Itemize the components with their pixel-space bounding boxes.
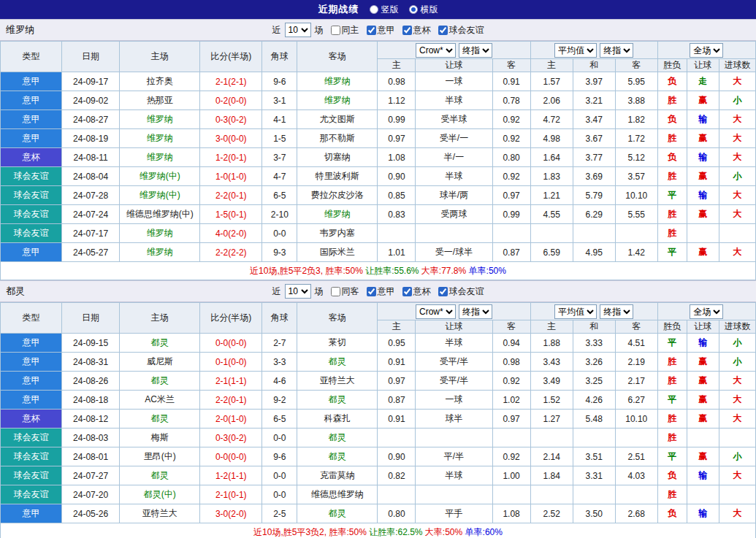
match-row: 意杯24-08-11维罗纳1-2(0-1)3-7切塞纳1.08半/一0.801.… — [1, 148, 756, 167]
result-cell: 大 — [719, 391, 755, 410]
friendly-label: 球会友谊 — [449, 24, 484, 36]
result-cell: 负 — [657, 466, 687, 485]
summary-segment: 让胜率:55.6% — [365, 265, 421, 277]
final-odds-select[interactable]: 终指 — [600, 304, 633, 319]
odds-cell: 0.99 — [378, 110, 416, 129]
fulltime-scope-select[interactable]: 全场 — [690, 43, 723, 58]
home-team: 热那亚 — [120, 91, 200, 110]
same-venue-checkbox[interactable] — [331, 287, 340, 296]
result-cell: 小 — [719, 353, 755, 372]
away-team: 莱切 — [297, 334, 378, 353]
odds-cell: 受半球 — [416, 110, 492, 129]
torino-section: 都灵 近 10 场 同客 意甲 意杯 — [0, 280, 756, 538]
corners-cell: 3-7 — [262, 148, 297, 167]
home-team: 都灵 — [120, 410, 200, 429]
result-cell: 大 — [719, 148, 755, 167]
corners-cell: 6-5 — [262, 186, 297, 205]
result-cell: 平 — [657, 334, 687, 353]
summary-segment: 近10场,胜5平2负3, 胜率:50% — [250, 265, 365, 277]
odds-cell: 4.95 — [573, 243, 615, 262]
score-cell: 0-2(0-0) — [200, 91, 262, 110]
odds-cell: 球半/两 — [416, 186, 492, 205]
competition-badge: 球会友谊 — [1, 429, 62, 447]
result-cell: 胜 — [657, 485, 687, 504]
fulltime-scope-select[interactable]: 全场 — [690, 304, 723, 319]
home-team: 亚特兰大 — [120, 504, 200, 523]
odds-cell — [573, 224, 615, 243]
odds-cell — [615, 429, 657, 447]
league-filter-coppa[interactable]: 意杯 — [397, 285, 431, 298]
odds-cell: 1.82 — [615, 110, 657, 129]
average-odds-select[interactable]: 平均值 — [554, 304, 597, 319]
layout-radio-vertical[interactable]: 竖版 — [370, 4, 399, 16]
match-date: 24-08-01 — [62, 447, 120, 466]
corners-cell: 0-0 — [262, 485, 297, 504]
final-odds-select[interactable]: 终指 — [600, 43, 633, 58]
match-date: 24-08-03 — [62, 429, 120, 447]
radio-icon — [370, 5, 378, 14]
competition-badge: 意甲 — [1, 91, 62, 110]
match-count-select[interactable]: 10 — [285, 284, 311, 299]
league-filter-serie-a[interactable]: 意甲 — [362, 24, 395, 36]
league-filter-friendly[interactable]: 球会友谊 — [433, 285, 484, 298]
final-odds-select[interactable]: 终指 — [459, 304, 492, 319]
odds-cell: 5.55 — [615, 205, 657, 224]
competition-badge: 球会友谊 — [1, 167, 62, 186]
odds-cell: 2.68 — [615, 504, 657, 523]
league-filter-friendly[interactable]: 球会友谊 — [433, 24, 484, 36]
league-filter-coppa[interactable]: 意杯 — [397, 24, 431, 36]
same-venue-filter[interactable]: 同主 — [326, 24, 359, 36]
serie-a-checkbox[interactable] — [367, 26, 376, 35]
odds-cell: 3.77 — [573, 148, 615, 167]
odds-cell — [530, 224, 573, 243]
column-header-5: 客场 — [297, 42, 378, 72]
corners-cell: 4-1 — [262, 110, 297, 129]
column-header-0: 类型 — [1, 303, 62, 334]
away-team: 都灵 — [297, 504, 378, 523]
serie-a-checkbox[interactable] — [367, 287, 376, 296]
odds-cell: 3.33 — [573, 334, 615, 353]
friendly-checkbox[interactable] — [438, 26, 448, 35]
odds-cell: 0.87 — [378, 391, 416, 410]
filters-bar: 近 10 场 同主 意甲 意杯 球 — [272, 23, 484, 37]
friendly-checkbox[interactable] — [438, 287, 448, 296]
odds-cell: 6.59 — [530, 243, 573, 262]
away-team: 都灵 — [297, 447, 378, 466]
result-cell: 大 — [719, 186, 755, 205]
odds-cell: 1.42 — [615, 243, 657, 262]
coppa-checkbox[interactable] — [402, 287, 412, 296]
corners-cell: 9-2 — [262, 391, 297, 410]
odds-cell — [378, 485, 416, 504]
away-team: 尤文图斯 — [297, 110, 378, 129]
coppa-checkbox[interactable] — [402, 26, 412, 35]
match-count-select[interactable]: 10 — [285, 23, 311, 37]
competition-badge: 球会友谊 — [1, 447, 62, 466]
league-filter-serie-a[interactable]: 意甲 — [362, 285, 395, 298]
away-team: 维德思维罗纳 — [297, 485, 378, 504]
result-cell: 输 — [687, 466, 719, 485]
odds-cell: 4.72 — [530, 110, 573, 129]
match-row: 球会友谊24-07-17维罗纳4-0(2-0)0-0韦罗内塞胜 — [1, 224, 756, 243]
radio-vertical-label: 竖版 — [381, 4, 399, 16]
bookmaker-select[interactable]: Crow* — [416, 43, 456, 58]
competition-badge: 球会友谊 — [1, 485, 62, 504]
average-odds-select[interactable]: 平均值 — [554, 43, 597, 58]
competition-badge: 球会友谊 — [1, 466, 62, 485]
same-venue-filter[interactable]: 同客 — [326, 285, 359, 298]
score-cell: 0-1(0-0) — [200, 353, 262, 372]
final-odds-select[interactable]: 终指 — [459, 43, 492, 58]
odds-cell: 4.03 — [615, 466, 657, 485]
odds-cell: 0.95 — [378, 334, 416, 353]
team-name: 维罗纳 — [6, 23, 34, 36]
result-cell: 赢 — [687, 391, 719, 410]
bookmaker-select[interactable]: Crow* — [416, 304, 456, 319]
odds-cell: 半球 — [416, 466, 492, 485]
odds-cell: 0.97 — [378, 372, 416, 391]
corners-cell: 3-1 — [262, 91, 297, 110]
same-venue-checkbox[interactable] — [331, 26, 340, 35]
competition-badge: 意杯 — [1, 148, 62, 167]
team-name: 都灵 — [6, 285, 25, 298]
match-row: 球会友谊24-08-04维罗纳(中)1-0(1-0)4-7特里波利斯0.90半球… — [1, 167, 756, 186]
odds-cell: 0.87 — [492, 243, 530, 262]
layout-radio-horizontal[interactable]: 横版 — [409, 4, 438, 16]
